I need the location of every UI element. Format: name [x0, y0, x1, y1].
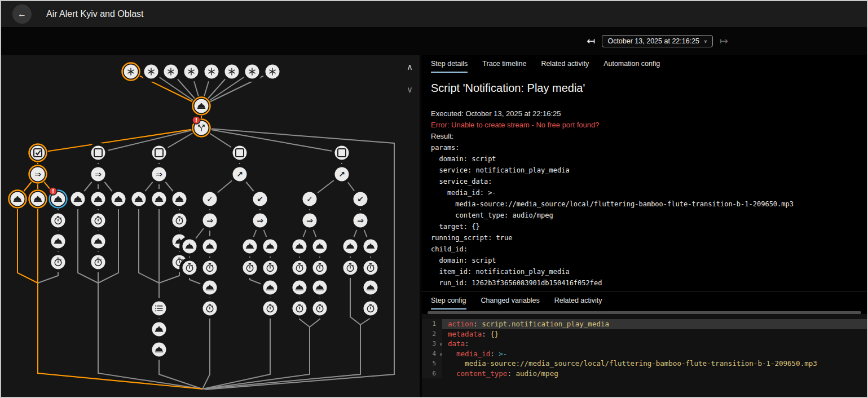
code-line-1[interactable]: 1action: script.notification_play_media: [422, 319, 867, 329]
run-select[interactable]: October 13, 2025 at 22:16:25 ∨: [602, 35, 712, 47]
graph-node-e4a[interactable]: ✓: [200, 189, 220, 209]
graph-node-c4[interactable]: [230, 143, 250, 163]
graph-node-h4b2[interactable]: [260, 258, 280, 278]
graph-node-h5a1[interactable]: [289, 258, 310, 278]
graph-node-e3c[interactable]: [169, 189, 190, 209]
graph-node-e1c[interactable]: !: [48, 187, 68, 209]
graph-node-f5b[interactable]: ⇒: [350, 210, 371, 231]
graph-node-f2[interactable]: [88, 210, 108, 231]
graph-node-h4b1[interactable]: [240, 258, 260, 278]
code-line-6[interactable]: 6 content_type: audio/mpeg: [422, 369, 867, 379]
graph-node-g5a1[interactable]: [289, 236, 310, 257]
graph-node-g2[interactable]: [88, 231, 108, 251]
graph-node-e2a[interactable]: [68, 189, 88, 209]
graph-node-g1[interactable]: [48, 231, 68, 251]
code-line-4[interactable]: 4∨ media_id: >-: [422, 349, 867, 359]
graph-node-e4b[interactable]: ↙: [250, 189, 270, 209]
graph-node-i5a1[interactable]: [289, 277, 310, 298]
graph-node-t5[interactable]: [222, 61, 242, 82]
graph-node-j5a2[interactable]: [310, 298, 330, 319]
graph-node-h2[interactable]: [88, 252, 108, 272]
previous-run-button[interactable]: ↤: [587, 35, 595, 47]
graph-node-e2c[interactable]: [108, 189, 129, 209]
graph-node-f4b[interactable]: ⇒: [250, 210, 270, 231]
graph-node-t6[interactable]: [242, 61, 262, 82]
code-line-5[interactable]: 5 media-source://media_source/local/flut…: [422, 359, 867, 369]
graph-node-h5b2[interactable]: [360, 258, 381, 278]
graph-node-t3c[interactable]: [149, 339, 169, 360]
sequence-arrow-icon: ⇒: [357, 216, 364, 225]
graph-node-split[interactable]: !: [191, 116, 212, 138]
graph-node-f1[interactable]: [48, 210, 68, 231]
line-number: 6: [422, 369, 442, 379]
graph-node-t0[interactable]: [121, 61, 141, 82]
graph-node-d2[interactable]: ⇒: [88, 164, 108, 184]
graph-node-i5b[interactable]: [360, 277, 381, 298]
graph-node-e1a[interactable]: [7, 189, 28, 209]
graph-node-d5[interactable]: ↗: [332, 164, 352, 184]
graph-node-g4a2[interactable]: [200, 236, 220, 257]
fold-caret-icon[interactable]: ∨: [436, 339, 442, 350]
fold-caret-icon[interactable]: ∨: [436, 350, 442, 360]
graph-node-t4[interactable]: [201, 61, 222, 82]
graph-node-t1[interactable]: [141, 61, 161, 82]
graph-node-g5b2[interactable]: [360, 236, 381, 257]
graph-node-svc[interactable]: [191, 96, 212, 116]
graph-node-i4b[interactable]: [260, 277, 280, 298]
graph-node-e3b[interactable]: [149, 189, 169, 209]
error-badge: !: [192, 116, 200, 124]
tab-automation-config[interactable]: Automation config: [603, 60, 660, 73]
graph-node-d4[interactable]: ↗: [230, 164, 250, 184]
graph-node-h4a1[interactable]: [179, 258, 200, 278]
graph-node-g5b1[interactable]: [340, 236, 360, 257]
graph-node-e2b[interactable]: [88, 189, 108, 209]
yaml-editor[interactable]: 1action: script.notification_play_media2…: [422, 314, 867, 397]
graph-node-h1[interactable]: [48, 252, 68, 272]
graph-node-f4a[interactable]: ⇒: [200, 210, 220, 231]
graph-node-g4b1[interactable]: [240, 236, 260, 257]
graph-node-j5a1[interactable]: [289, 298, 310, 319]
graph-node-e1b[interactable]: [28, 189, 48, 209]
code-line-2[interactable]: 2metadata: {}: [422, 329, 867, 339]
tab-trace-timeline[interactable]: Trace timeline: [482, 60, 526, 73]
graph-node-c2[interactable]: [88, 143, 108, 163]
graph-node-g5a2[interactable]: [310, 236, 330, 257]
graph-node-f3[interactable]: [169, 210, 190, 231]
graph-node-d3[interactable]: ⇒: [149, 164, 169, 184]
graph-node-e5b[interactable]: ↙: [350, 189, 371, 209]
graph-node-g4b2[interactable]: [260, 236, 280, 257]
graph-node-j4b[interactable]: [260, 298, 280, 319]
next-run-button[interactable]: ↦: [720, 35, 728, 47]
graph-node-t2[interactable]: [161, 61, 181, 82]
graph-node-f5a[interactable]: ⇒: [299, 210, 320, 231]
graph-node-g4a1[interactable]: [179, 236, 200, 257]
arrow-left-icon: ←: [17, 9, 27, 19]
graph-scroll-up-button[interactable]: ∧: [407, 62, 413, 72]
tab-related-activity[interactable]: Related activity: [554, 297, 602, 309]
graph-node-i5a2[interactable]: [310, 277, 330, 298]
graph-node-t3b[interactable]: [149, 319, 169, 339]
code-line-3[interactable]: 3∨data:: [422, 339, 867, 349]
graph-node-t3a[interactable]: [149, 298, 169, 319]
graph-node-h5b1[interactable]: [340, 258, 360, 278]
graph-scroll-down-button[interactable]: ∨: [407, 85, 413, 95]
back-button[interactable]: ←: [12, 5, 32, 24]
graph-node-i4a[interactable]: [200, 277, 220, 298]
graph-node-c3[interactable]: [149, 143, 169, 163]
graph-node-d1[interactable]: ⇒: [28, 164, 48, 184]
graph-node-t7[interactable]: [262, 61, 283, 82]
graph-node-c1[interactable]: [28, 143, 48, 163]
graph-node-j4a[interactable]: [200, 298, 220, 319]
tab-changed-variables[interactable]: Changed variables: [481, 297, 540, 309]
graph-node-j5b[interactable]: [360, 298, 381, 319]
tab-related-activity[interactable]: Related activity: [541, 60, 589, 73]
graph-node-t3[interactable]: [181, 61, 201, 82]
tab-step-config[interactable]: Step config: [431, 297, 466, 309]
graph-node-h5a2[interactable]: [310, 258, 330, 278]
graph-node-e5a[interactable]: ✓: [299, 189, 320, 209]
graph-node-e3a[interactable]: [129, 189, 149, 209]
graph-node-c5[interactable]: [332, 143, 352, 163]
result-yaml-line: target: {}: [431, 221, 858, 232]
graph-node-h4a2[interactable]: [200, 258, 220, 278]
tab-step-details[interactable]: Step details: [431, 60, 468, 73]
